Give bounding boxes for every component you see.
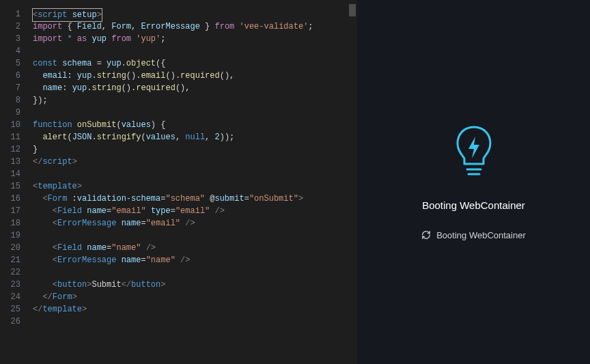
line-number: 20 [0,242,27,254]
code-line[interactable]: </script> [33,156,352,168]
code-line[interactable]: <Field name="email" type="email" /> [33,205,352,217]
code-line[interactable] [33,168,352,180]
code-line[interactable] [33,266,352,279]
line-number: 8 [0,94,27,107]
line-number: 4 [0,45,27,57]
line-number: 16 [0,193,27,205]
code-line[interactable]: alert(JSON.stringify(values, null, 2)); [33,131,352,143]
line-number: 18 [0,217,27,229]
preview-status-main: Booting WebContainer [422,199,525,211]
line-number: 7 [0,82,27,94]
scrollbar-thumb[interactable] [349,4,356,16]
line-number: 5 [0,57,27,70]
lightning-bulb-icon [452,124,496,182]
code-line[interactable]: }); [33,94,352,107]
line-number: 26 [0,316,27,328]
line-number: 13 [0,156,27,168]
line-number: 25 [0,303,27,316]
line-number: 23 [0,279,27,291]
preview-status-sub: Booting WebContainer [421,230,526,240]
line-number: 22 [0,266,27,279]
line-number: 19 [0,229,27,242]
code-line[interactable] [33,316,352,328]
refresh-icon [421,230,431,240]
code-line[interactable]: <script setup> [33,8,352,20]
line-number: 17 [0,205,27,217]
line-number: 10 [0,119,27,131]
code-line[interactable]: </Form> [33,291,352,303]
code-line[interactable]: <ErrorMessage name="name" /> [33,254,352,266]
code-line[interactable]: const schema = yup.object({ [33,57,352,70]
line-number: 14 [0,168,27,180]
code-line[interactable]: email: yup.string().email().required(), [33,70,352,82]
line-gutter: 1234567891011121314151617181920212223242… [0,0,27,328]
code-editor[interactable]: 1234567891011121314151617181920212223242… [0,0,357,364]
code-line[interactable] [33,107,352,119]
line-number: 3 [0,33,27,45]
line-number: 6 [0,70,27,82]
code-line[interactable]: <Field name="name" /> [33,242,352,254]
code-content[interactable]: <script setup>import { Field, Form, Erro… [33,8,352,328]
code-line[interactable]: </template> [33,303,352,316]
preview-pane: Booting WebContainer Booting WebContaine… [357,0,590,364]
code-line[interactable] [33,229,352,242]
code-line[interactable]: <template> [33,180,352,193]
editor-scrollbar[interactable] [348,0,357,364]
code-line[interactable]: name: yup.string().required(), [33,82,352,94]
line-number: 15 [0,180,27,193]
line-number: 12 [0,143,27,156]
line-number: 24 [0,291,27,303]
line-number: 21 [0,254,27,266]
code-line[interactable]: <button>Submit</button> [33,279,352,291]
preview-status-sub-text: Booting WebContainer [436,230,526,240]
line-number: 9 [0,107,27,119]
code-line[interactable]: import * as yup from 'yup'; [33,33,352,45]
code-line[interactable]: <ErrorMessage name="email" /> [33,217,352,229]
code-line[interactable]: function onSubmit(values) { [33,119,352,131]
line-number: 1 [0,8,27,20]
code-line[interactable]: } [33,143,352,156]
line-number: 2 [0,20,27,33]
code-line[interactable]: <Form :validation-schema="schema" @submi… [33,193,352,205]
code-line[interactable]: import { Field, Form, ErrorMessage } fro… [33,20,352,33]
code-line[interactable] [33,45,352,57]
line-number: 11 [0,131,27,143]
